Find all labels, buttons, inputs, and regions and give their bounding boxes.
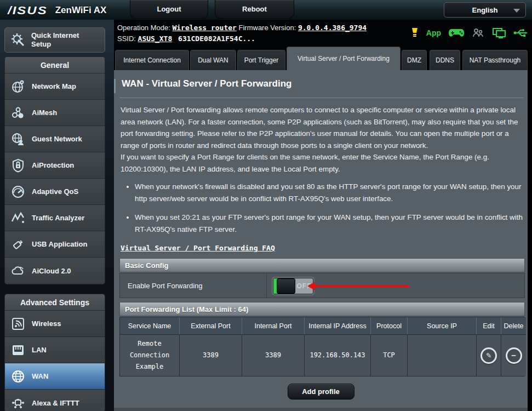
gear-wrench-icon bbox=[10, 32, 26, 48]
sidebar-item-label: AiProtection bbox=[32, 161, 74, 169]
pencil-icon: ✎ bbox=[486, 350, 491, 361]
tab-dmz[interactable]: DMZ bbox=[402, 50, 427, 70]
app-icon[interactable]: App bbox=[426, 28, 441, 37]
sidebar-item-wireless[interactable]: Wireless bbox=[5, 311, 105, 337]
sidebar-item-label: Traffic Analyzer bbox=[32, 214, 84, 222]
sidebar-item-label: Wireless bbox=[32, 319, 61, 328]
general-panel: General Network Map AiMesh Guest Network… bbox=[4, 56, 105, 284]
port-forwarding-list-header: Port Forwarding List (Max Limit : 64) bbox=[119, 302, 525, 316]
description-block: Virtual Server / Port forwarding allows … bbox=[121, 104, 524, 254]
enable-port-forwarding-label: Enable Port Forwarding bbox=[120, 273, 267, 298]
advanced-settings-panel: Advanced Settings Wireless LAN WAN Alexa… bbox=[4, 294, 105, 411]
cloud-icon bbox=[10, 262, 26, 279]
tab-ddns[interactable]: DDNS bbox=[430, 50, 460, 70]
reboot-button[interactable]: Reboot bbox=[215, 0, 294, 19]
accent-sliver bbox=[114, 79, 116, 93]
family-icon[interactable] bbox=[472, 27, 485, 38]
col-internal-ip: Internal IP Address bbox=[305, 317, 371, 335]
sidebar-item-aiprotection[interactable]: AiProtection bbox=[5, 152, 105, 179]
sidebar-item-label: WAN bbox=[32, 372, 48, 380]
sidebar-item-label: AiMesh bbox=[32, 109, 57, 117]
sidebar: Quick Internet Setup General Network Map… bbox=[0, 20, 114, 411]
toggle-knob bbox=[277, 278, 295, 294]
title-divider bbox=[119, 98, 524, 98]
col-edit: Edit bbox=[477, 317, 501, 335]
lan-port-icon bbox=[10, 342, 26, 358]
tab-dual-wan[interactable]: Dual WAN bbox=[190, 50, 236, 70]
page-title: WAN - Virtual Server / Port Forwarding bbox=[122, 78, 291, 89]
tab-internet-connection[interactable]: Internet Connection bbox=[115, 50, 189, 70]
sidebar-item-label: Alexa & IFTTT bbox=[32, 399, 79, 407]
sidebar-item-adaptive-qos[interactable]: Adaptive QoS bbox=[5, 179, 105, 205]
ssid-link[interactable]: ASUS_XT8 bbox=[138, 35, 173, 43]
sidebar-item-label: Quick Internet Setup bbox=[31, 31, 97, 49]
add-profile-button[interactable]: Add profile bbox=[288, 384, 354, 399]
mirror-icon[interactable] bbox=[492, 27, 506, 38]
cell-internal-port: 3389 bbox=[242, 335, 305, 376]
intro-paragraph: Virtual Server / Port forwarding allows … bbox=[121, 104, 524, 151]
brand-area: /ISUS ZenWiFi AX bbox=[8, 3, 106, 18]
sidebar-item-aimesh[interactable]: AiMesh bbox=[5, 100, 105, 126]
basic-config-header: Basic Config bbox=[119, 258, 525, 272]
chevron-down-icon bbox=[513, 9, 520, 13]
firmware-version-link[interactable]: 9.0.0.4.386_9794 bbox=[298, 24, 367, 32]
sidebar-item-guest-network[interactable]: Guest Network bbox=[5, 126, 105, 152]
sidebar-item-traffic-analyzer[interactable]: Traffic Analyzer bbox=[5, 205, 105, 231]
operation-mode-label: Operation Mode: bbox=[117, 24, 170, 32]
sidebar-item-usb-application[interactable]: USB Application bbox=[5, 231, 105, 258]
network-map-icon bbox=[10, 78, 26, 95]
port-forwarding-table: Service Name External Port Internal Port… bbox=[119, 317, 525, 376]
tab-virtual-server-port-forwarding[interactable]: Virtual Server / Port Forwarding bbox=[287, 47, 401, 70]
firmware-label: Firmware Version: bbox=[239, 24, 296, 32]
operation-mode-line: Operation Mode: Wireless router Firmware… bbox=[117, 24, 367, 32]
logout-button[interactable]: Logout bbox=[130, 0, 208, 19]
col-external-port: External Port bbox=[180, 317, 242, 335]
sidebar-item-label: USB Application bbox=[32, 240, 87, 248]
tab-nat-passthrough[interactable]: NAT Passthrough bbox=[462, 50, 528, 70]
alexa-ifttt-icon bbox=[10, 395, 26, 411]
sidebar-item-aicloud[interactable]: AiCloud 2.0 bbox=[5, 258, 105, 284]
top-bar: /ISUS ZenWiFi AX Logout Reboot English bbox=[0, 0, 532, 20]
sidebar-item-alexa-ifttt[interactable]: Alexa & IFTTT bbox=[5, 390, 105, 411]
aimesh-icon bbox=[10, 105, 26, 121]
sidebar-item-quick-internet-setup[interactable]: Quick Internet Setup bbox=[4, 27, 105, 53]
col-internal-port: Internal Port bbox=[242, 317, 305, 335]
wan-tab-bar: Internet Connection Dual WAN Port Trigge… bbox=[114, 47, 532, 70]
sidebar-item-network-map[interactable]: Network Map bbox=[5, 73, 105, 100]
cell-internal-ip: 192.168.50.143 bbox=[305, 335, 371, 376]
asus-logo: /ISUS bbox=[8, 4, 48, 17]
usb-icon[interactable] bbox=[513, 27, 528, 38]
col-service-name: Service Name bbox=[120, 317, 180, 335]
delete-button[interactable]: − bbox=[506, 347, 522, 364]
note-item: When your network's firewall is disabled… bbox=[135, 181, 524, 204]
sidebar-item-label: Adaptive QoS bbox=[32, 187, 78, 196]
sidebar-item-lan[interactable]: LAN bbox=[5, 337, 105, 363]
minus-icon: − bbox=[511, 350, 516, 361]
annotation-arrow bbox=[314, 285, 409, 287]
edit-button[interactable]: ✎ bbox=[480, 347, 497, 364]
product-name: ZenWiFi AX bbox=[55, 5, 107, 16]
operation-mode-link[interactable]: Wireless router bbox=[172, 24, 236, 32]
sidebar-item-label: Guest Network bbox=[32, 135, 82, 143]
tab-port-trigger[interactable]: Port Trigger bbox=[237, 50, 285, 70]
cell-external-port: 3389 bbox=[180, 335, 242, 376]
language-select[interactable]: English bbox=[444, 2, 526, 18]
faq-link[interactable]: Virtual Server / Port Forwarding FAQ bbox=[121, 242, 275, 254]
ssid-secondary: 631CDE082A1F54C... bbox=[178, 35, 255, 43]
sidebar-item-label: LAN bbox=[32, 346, 47, 354]
game-boost-icon[interactable] bbox=[448, 27, 465, 38]
header-icon-row: App bbox=[410, 27, 528, 38]
note-item: When you set 20:21 as your FTP server's … bbox=[135, 212, 524, 235]
speedometer-icon bbox=[10, 184, 26, 200]
wan-globe-icon bbox=[10, 368, 26, 385]
enable-port-forwarding-row: Enable Port Forwarding OFF bbox=[119, 273, 525, 298]
cell-source-ip bbox=[408, 335, 477, 376]
sidebar-item-wan[interactable]: WAN bbox=[5, 363, 105, 390]
usb-stick-icon bbox=[10, 236, 26, 253]
cell-service-name: Remote Connection Example bbox=[120, 335, 180, 376]
shield-lock-icon bbox=[10, 157, 26, 174]
firmware-update-icon[interactable] bbox=[410, 27, 419, 38]
table-header-row: Service Name External Port Internal Port… bbox=[120, 317, 524, 335]
col-delete: Delete bbox=[501, 317, 526, 335]
wireless-icon bbox=[10, 316, 26, 332]
